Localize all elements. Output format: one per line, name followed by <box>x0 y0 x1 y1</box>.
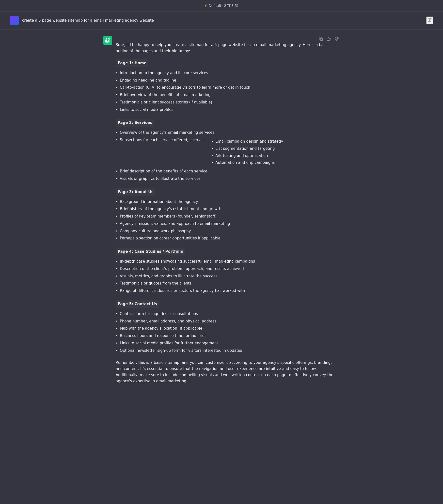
page-heading-5: Page 5: Contact Us <box>116 300 159 308</box>
edit-button[interactable] <box>426 17 433 24</box>
bullet-item-1-2: Engaging headline and tagline <box>116 77 340 84</box>
page-section-2: Page 2: ServicesOverview of the agency's… <box>116 119 340 182</box>
bullet-item-1-5: Testimonials or client success stories (… <box>116 99 340 106</box>
bullet-item-4-2: Description of the client's problem, app… <box>116 265 340 273</box>
page-section-3: Page 3: About UsBackground information a… <box>116 188 340 242</box>
bullet-item-2-2: Subsections for each service offered, su… <box>116 136 340 168</box>
bullet-item-3-5: Company culture and work philosophy <box>116 228 340 235</box>
thumbs-down-button[interactable] <box>334 36 340 42</box>
sub-bullet-item-2-2-2: List segmentation and targeting <box>212 145 283 152</box>
user-avatar <box>10 16 19 25</box>
gpt-avatar <box>103 36 112 45</box>
bullet-item-5-6: Optional newsletter sign-up form for vis… <box>116 347 340 355</box>
bullet-item-5-4: Business hours and response time for inq… <box>116 332 340 340</box>
bullet-item-5-5: Links to social media profiles for furth… <box>116 340 340 347</box>
response-area: Sure, I'd be happy to help you create a … <box>94 30 349 394</box>
bullet-item-4-5: Range of different industries or sectors… <box>116 287 340 295</box>
response-actions <box>318 36 340 42</box>
bullet-item-5-1: Contact form for inquiries or consultati… <box>116 310 340 318</box>
model-name: Default (GPT-3.5) <box>209 3 238 8</box>
bullet-item-5-3: Map with the agency's location (if appli… <box>116 325 340 332</box>
page-heading-4: Page 4: Case Studies / Portfolio <box>116 248 185 255</box>
bullet-item-4-4: Testimonials or quotes from the clients <box>116 280 340 287</box>
thumbs-up-button[interactable] <box>326 36 332 42</box>
model-selector[interactable]: ⚡ Default (GPT-3.5) <box>205 3 238 8</box>
bullet-item-3-6: Perhaps a section on career opportunitie… <box>116 235 340 242</box>
svg-rect-0 <box>321 38 323 41</box>
intro-text: Sure, I'd be happy to help you create a … <box>116 42 340 54</box>
bullet-item-1-3: Call-to-action (CTA) to encourage visito… <box>116 84 340 91</box>
bullet-item-3-3: Profiles of key team members (founder, s… <box>116 213 340 220</box>
bullet-item-5-2: Phone number, email address, and physica… <box>116 318 340 325</box>
page-section-4: Page 4: Case Studies / PortfolioIn-depth… <box>116 248 340 295</box>
top-bar: ⚡ Default (GPT-3.5) <box>0 0 443 12</box>
sub-bullet-item-2-2-3: A/B testing and optimization <box>212 152 283 159</box>
pages-container: Page 1: HomeIntroduction to the agency a… <box>116 59 340 355</box>
bullet-item-2-1: Overview of the agency's email marketing… <box>116 129 340 136</box>
sub-bullet-item-2-2-4: Automation and drip campaigns <box>212 159 283 166</box>
copy-button[interactable] <box>318 36 324 42</box>
prompt-text: create a 5 page website sitemap for a em… <box>22 18 423 23</box>
bullet-item-1-1: Introduction to the agency and its core … <box>116 70 340 77</box>
sub-bullet-item-2-2-1: Email campaign design and strategy <box>212 138 283 145</box>
bullet-item-4-1: In-depth case studies showcasing success… <box>116 258 340 265</box>
page-heading-3: Page 3: About Us <box>116 188 155 196</box>
lightning-icon: ⚡ <box>205 3 207 8</box>
bullet-item-1-6: Links to social media profiles <box>116 106 340 114</box>
page-section-1: Page 1: HomeIntroduction to the agency a… <box>116 59 340 114</box>
response-row: Sure, I'd be happy to help you create a … <box>103 36 340 384</box>
response-content: Sure, I'd be happy to help you create a … <box>116 42 340 384</box>
bullet-item-1-4: Brief overview of the benefits of email … <box>116 91 340 99</box>
page-heading-1: Page 1: Home <box>116 59 148 67</box>
closing-text: Remember, this is a basic sitemap, and y… <box>116 360 340 384</box>
prompt-header: create a 5 page website sitemap for a em… <box>0 12 443 30</box>
bullet-item-3-1: Background information about the agency <box>116 198 340 206</box>
bullet-item-4-3: Visuals, metrics, and graphs to illustra… <box>116 273 340 280</box>
bullet-item-2-4: Visuals or graphics to illustrate the se… <box>116 175 340 182</box>
page-heading-2: Page 2: Services <box>116 119 154 126</box>
bullet-item-3-4: Agency's mission, values, and approach t… <box>116 220 340 228</box>
bullet-item-3-2: Brief history of the agency's establishm… <box>116 205 340 213</box>
bullet-item-2-3: Brief description of the benefits of eac… <box>116 168 340 175</box>
page-section-5: Page 5: Contact UsContact form for inqui… <box>116 300 340 355</box>
